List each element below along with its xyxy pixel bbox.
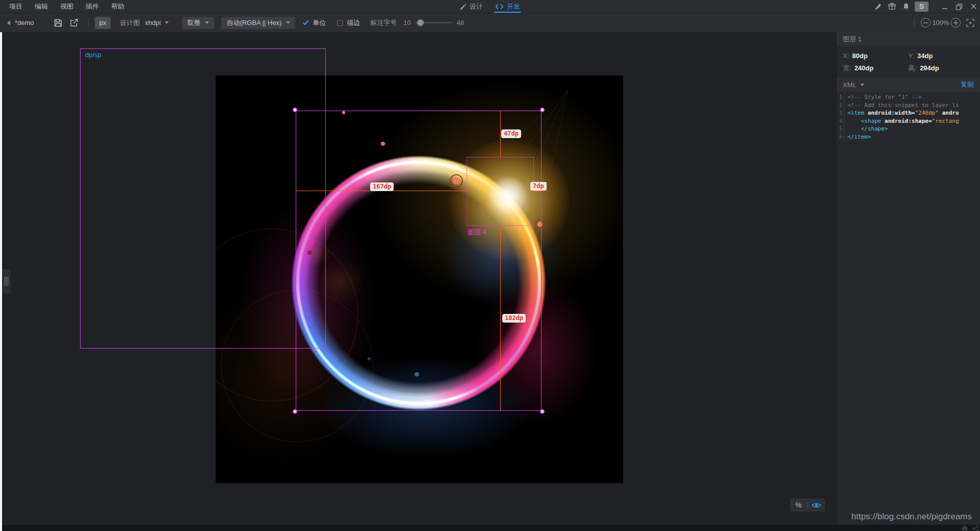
tab-develop[interactable]: 开发 bbox=[494, 0, 521, 13]
back-button[interactable] bbox=[7, 20, 10, 25]
menu-project[interactable]: 项目 bbox=[3, 2, 29, 11]
prop-height: 高:294dp bbox=[909, 64, 974, 73]
divider bbox=[88, 18, 89, 28]
minimize-button[interactable] bbox=[939, 2, 950, 12]
pencil-icon bbox=[459, 3, 467, 10]
stroke-checkbox[interactable]: 描边 bbox=[337, 18, 360, 28]
resize-handle-topright[interactable] bbox=[540, 108, 545, 112]
zoom-out-button[interactable] bbox=[921, 18, 931, 28]
menu-help[interactable]: 帮助 bbox=[105, 2, 131, 11]
canvas-floating-toolbar: % bbox=[790, 498, 825, 512]
menu-view[interactable]: 视图 bbox=[54, 2, 80, 11]
unit-checkbox-label: 单位 bbox=[313, 18, 326, 28]
unit-toggle: px dp/sp bbox=[95, 17, 111, 29]
annotation-font-size-label: 标注字号 bbox=[370, 18, 397, 28]
percent-mode-button[interactable]: % bbox=[790, 501, 807, 509]
save-icon[interactable] bbox=[53, 17, 64, 29]
font-size-value: 10 bbox=[403, 19, 410, 26]
zoom-level: 100% bbox=[931, 19, 951, 26]
tab-design[interactable]: 设计 bbox=[458, 0, 484, 13]
tab-design-label: 设计 bbox=[470, 2, 483, 11]
restore-button[interactable] bbox=[953, 2, 965, 12]
density-value: xhdpi bbox=[145, 19, 161, 26]
divider bbox=[914, 18, 915, 28]
chevron-down-icon bbox=[205, 21, 209, 24]
menubar: 项目 编辑 视图 插件 帮助 设计 开发 S bbox=[0, 0, 980, 13]
code-lines: <!-- Style for "1" --><!-- Add this snip… bbox=[844, 93, 980, 141]
design-density-label: 设计图 bbox=[120, 18, 140, 28]
code-format-dropdown[interactable]: XML bbox=[843, 81, 864, 89]
prop-width: 宽:240dp bbox=[843, 64, 909, 73]
menu-edit[interactable]: 编辑 bbox=[29, 2, 54, 11]
code-format-value: XML bbox=[843, 81, 857, 89]
chevron-down-icon bbox=[165, 21, 169, 24]
measure-label-bottom: 182dp bbox=[502, 314, 526, 323]
zoom-in-button[interactable] bbox=[951, 18, 961, 28]
export-icon[interactable] bbox=[69, 17, 80, 29]
measure-label-top: 47dp bbox=[501, 129, 521, 138]
measure-label-gap: 7dp bbox=[530, 182, 547, 191]
font-size-slider[interactable] bbox=[415, 22, 452, 23]
tab-develop-label: 开发 bbox=[507, 2, 520, 11]
hover-layer-label: 图层 4 bbox=[468, 228, 486, 237]
unit-px-button[interactable]: px bbox=[95, 17, 111, 29]
prop-y: Y:34dp bbox=[909, 52, 974, 60]
document-title: *demo bbox=[15, 19, 34, 26]
selection-rect[interactable] bbox=[296, 111, 541, 411]
home-icon bbox=[961, 525, 968, 531]
user-avatar[interactable]: S bbox=[915, 2, 929, 12]
share-icon bbox=[972, 525, 979, 531]
inspector-panel: 图层 1 X:80dp Y:34dp 宽:240dp 高:294dp XML 复… bbox=[836, 32, 980, 531]
panel-grip-handle[interactable] bbox=[2, 269, 11, 294]
font-size-max: 48 bbox=[457, 19, 464, 26]
hover-layer-rect[interactable] bbox=[467, 157, 534, 226]
measure-label-left: 167dp bbox=[370, 182, 394, 191]
watermark-url: https://blog.csdn.net/pigdreams bbox=[852, 512, 972, 522]
rounding-value: 取整 bbox=[187, 18, 200, 28]
fit-screen-icon[interactable] bbox=[965, 17, 976, 29]
mode-tabs: 设计 开发 bbox=[458, 0, 521, 13]
color-format-dropdown[interactable]: 自动(RGBA || Hex) bbox=[221, 17, 295, 29]
knife-tool-icon[interactable] bbox=[872, 2, 883, 12]
bell-icon[interactable] bbox=[900, 2, 912, 12]
divider bbox=[934, 3, 934, 10]
unit-checkbox[interactable]: 单位 bbox=[302, 18, 326, 28]
checkmark-icon bbox=[302, 20, 309, 25]
code-icon bbox=[495, 3, 504, 10]
close-button[interactable] bbox=[968, 2, 979, 12]
eye-visibility-button[interactable] bbox=[807, 502, 825, 509]
code-gutter: 123456 bbox=[837, 93, 844, 141]
layer-title: 图层 1 bbox=[843, 35, 862, 44]
layer-properties: X:80dp Y:34dp 宽:240dp 高:294dp bbox=[837, 46, 980, 73]
bottom-strip bbox=[2, 525, 980, 531]
prop-x: X:80dp bbox=[843, 52, 909, 60]
slider-knob[interactable] bbox=[417, 19, 424, 26]
stroke-checkbox-label: 描边 bbox=[347, 18, 360, 28]
resize-handle-bottomright[interactable] bbox=[540, 409, 545, 414]
gift-icon[interactable] bbox=[886, 2, 897, 12]
chevron-down-icon bbox=[286, 21, 290, 24]
color-format-value: 自动(RGBA || Hex) bbox=[226, 18, 281, 28]
toolbar: *demo px dp/sp 设计图 xhdpi 取整 自动(RGBA || H… bbox=[0, 13, 980, 32]
menu-list: 项目 编辑 视图 插件 帮助 bbox=[3, 0, 131, 13]
code-format-bar: XML 复制 bbox=[837, 77, 980, 92]
rounding-dropdown[interactable]: 取整 bbox=[182, 17, 214, 29]
menubar-right: S bbox=[872, 0, 979, 13]
code-snippet[interactable]: 123456 <!-- Style for "1" --><!-- Add th… bbox=[837, 92, 980, 144]
checkbox-empty-icon bbox=[337, 20, 343, 26]
chevron-down-icon bbox=[860, 84, 864, 86]
menu-plugins[interactable]: 插件 bbox=[80, 2, 105, 11]
resize-handle-bottomleft[interactable] bbox=[293, 409, 297, 414]
density-dropdown[interactable]: xhdpi bbox=[145, 19, 169, 26]
copy-code-button[interactable]: 复制 bbox=[961, 80, 974, 89]
layer-title-bar: 图层 1 bbox=[837, 32, 980, 46]
eye-icon bbox=[812, 502, 821, 509]
